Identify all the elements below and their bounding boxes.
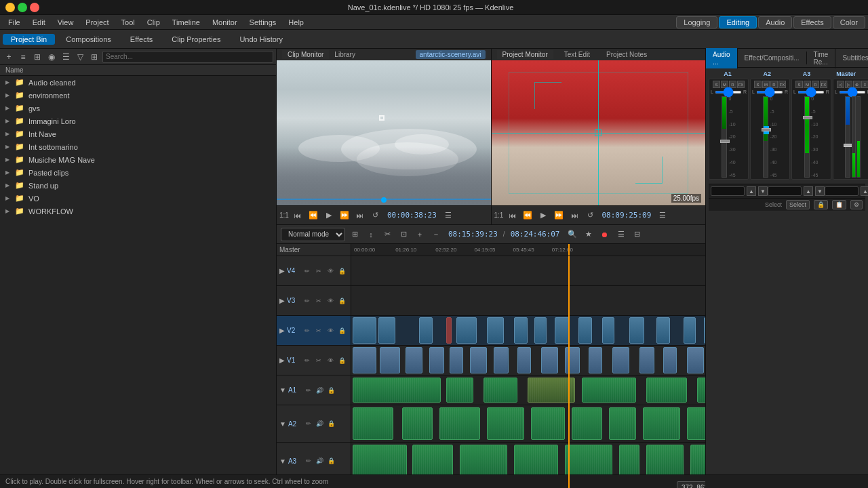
tl-settings-btn[interactable]: ☰ (614, 228, 628, 241)
menu-help[interactable]: Help (283, 17, 309, 28)
folder-environment[interactable]: ▶ 📁 environment (0, 89, 276, 102)
menu-settings[interactable]: Settings (244, 17, 282, 28)
a3-clip-6[interactable] (619, 445, 639, 477)
bin-view-button[interactable]: ≡ (17, 51, 29, 63)
editing-button[interactable]: Editing (719, 16, 757, 28)
folder-workflow[interactable]: ▶ 📁 WORKFLOW (0, 205, 276, 218)
a3-collapse[interactable]: ▼ (279, 458, 286, 465)
v3-mute-btn[interactable]: 👁 (326, 296, 335, 306)
tab-library[interactable]: Library (329, 50, 361, 59)
v3-lock-btn[interactable]: 🔒 (337, 296, 347, 306)
tl-track-v2[interactable] (351, 316, 705, 346)
bin-menu-button[interactable]: ☰ (60, 51, 72, 63)
v1-clip-10[interactable] (565, 347, 580, 373)
tl-track-a2[interactable] (351, 405, 705, 443)
menu-project[interactable]: Project (80, 17, 114, 28)
audio-button[interactable]: Audio (758, 16, 792, 28)
a2-mute-btn[interactable]: 🔊 (315, 419, 325, 428)
tab-audio-mixer[interactable]: Audio ... (706, 48, 738, 68)
a2-clip-6[interactable] (572, 407, 602, 440)
v3-collapse[interactable]: ▶ (279, 297, 285, 304)
tl-group-button[interactable]: ⊡ (397, 228, 410, 241)
a1-db-up-btn[interactable]: ▲ (747, 186, 756, 196)
clip-next-frame-button[interactable]: ⏩ (338, 209, 351, 222)
bin-filter-button[interactable]: ▽ (74, 51, 86, 63)
tab-text-edit[interactable]: Text Edit (559, 50, 595, 59)
clip-menu-button[interactable]: ☰ (441, 209, 455, 222)
a1-edit-btn[interactable]: ✏ (304, 386, 313, 395)
tl-extract-button[interactable]: − (429, 228, 443, 241)
v1-collapse[interactable]: ▶ (279, 357, 285, 364)
folder-musiche-mag-nave[interactable]: ▶ 📁 Musiche MAG Nave (0, 153, 276, 166)
folder-pasted-clips[interactable]: ▶ 📁 Pasted clips (0, 166, 276, 179)
menu-tool[interactable]: Tool (116, 17, 140, 28)
a1-clip-5[interactable] (582, 378, 636, 403)
v1-clip-1[interactable] (353, 347, 376, 373)
timeline-ruler[interactable]: 00:00:00 01:26:10 02:52:20 04:19:05 05:4… (351, 244, 705, 256)
v4-edit-btn[interactable]: ✏ (302, 266, 312, 276)
a2-clip-2[interactable] (402, 407, 433, 440)
v2-clip-red[interactable] (446, 317, 452, 344)
effects-button[interactable]: Effects (793, 16, 831, 28)
tl-track-v4[interactable] (351, 256, 705, 286)
clip-loop-button[interactable]: ↺ (369, 209, 382, 222)
folder-int-nave[interactable]: ▶ 📁 Int Nave (0, 127, 276, 140)
tab-undo-history[interactable]: Undo History (231, 34, 291, 45)
clip-mixer-btn[interactable]: 📋 (832, 200, 846, 209)
a2-collapse[interactable]: ▼ (279, 420, 286, 428)
clip-play-button[interactable]: ▶ (322, 209, 336, 222)
v4-scissor-btn[interactable]: ✂ (314, 266, 323, 276)
tab-clip-monitor[interactable]: Clip Monitor (282, 50, 329, 59)
search-input[interactable] (102, 51, 273, 63)
a1-clip-3[interactable] (484, 378, 517, 403)
proj-skip-end-button[interactable]: ⏭ (568, 209, 581, 222)
v2-clip-2[interactable] (378, 317, 395, 344)
menu-edit[interactable]: Edit (27, 17, 51, 28)
tab-effects[interactable]: Effects (122, 34, 161, 45)
tl-ripple-button[interactable]: ↕ (364, 228, 378, 241)
proj-skip-start-button[interactable]: ⏮ (505, 209, 519, 222)
v1-clip-15[interactable] (687, 347, 704, 373)
tab-project-notes[interactable]: Project Notes (601, 50, 652, 59)
clip-skip-start-button[interactable]: ⏮ (291, 209, 304, 222)
a1-clip-1[interactable] (353, 378, 441, 403)
v4-mute-btn[interactable]: 👁 (326, 266, 335, 276)
clip-skip-end-button[interactable]: ⏭ (353, 209, 367, 222)
minimize-button[interactable] (5, 3, 15, 12)
tab-project-bin[interactable]: Project Bin (3, 34, 55, 45)
tab-project-monitor[interactable]: Project Monitor (497, 50, 553, 59)
v2-clip-13[interactable] (684, 317, 696, 344)
bin-props-button[interactable]: ◉ (45, 51, 58, 63)
a1-clip-7[interactable] (697, 378, 705, 403)
v2-scissor-btn[interactable]: ✂ (314, 326, 323, 336)
tl-split-btn[interactable]: ⊟ (631, 228, 644, 241)
a2-clip-1[interactable] (353, 407, 393, 440)
v1-clip-7[interactable] (494, 347, 509, 373)
v1-edit-btn[interactable]: ✏ (302, 356, 312, 365)
bin-icon-button[interactable]: ⊞ (31, 51, 43, 63)
a1-mute-btn[interactable]: 🔊 (315, 386, 325, 395)
a3-clip-2[interactable] (412, 445, 453, 477)
v2-clip-1[interactable] (353, 317, 376, 344)
v1-clip-12[interactable] (612, 347, 629, 373)
a2-clip-8[interactable] (643, 407, 680, 440)
folder-stand-up[interactable]: ▶ 📁 Stand up (0, 179, 276, 192)
v1-clip-6[interactable] (470, 347, 487, 373)
a3-clip-3[interactable] (460, 445, 507, 477)
a3-clip-7[interactable] (646, 445, 684, 477)
v1-scissor-btn[interactable]: ✂ (314, 356, 323, 365)
a2-pan-slider[interactable] (756, 91, 783, 94)
folder-gvs[interactable]: ▶ 📁 gvs (0, 102, 276, 115)
tl-track-v3[interactable] (351, 286, 705, 316)
tl-marker-btn[interactable]: ★ (582, 228, 595, 241)
tl-track-a1[interactable] (351, 375, 705, 405)
a3-clip-5[interactable] (565, 445, 612, 477)
tab-effect-compositi[interactable]: Effect/Compositi... (738, 52, 807, 64)
tl-insert-button[interactable]: + (413, 228, 427, 241)
tab-clip-properties[interactable]: Clip Properties (163, 34, 229, 45)
a3-edit-btn[interactable]: ✏ (304, 456, 313, 466)
folder-audio-cleaned[interactable]: ▶ 📁 Audio cleaned (0, 76, 276, 89)
v1-clip-11[interactable] (589, 347, 602, 373)
bin-sort-button[interactable]: ⊞ (88, 51, 100, 63)
v2-clip-10[interactable] (602, 317, 614, 344)
